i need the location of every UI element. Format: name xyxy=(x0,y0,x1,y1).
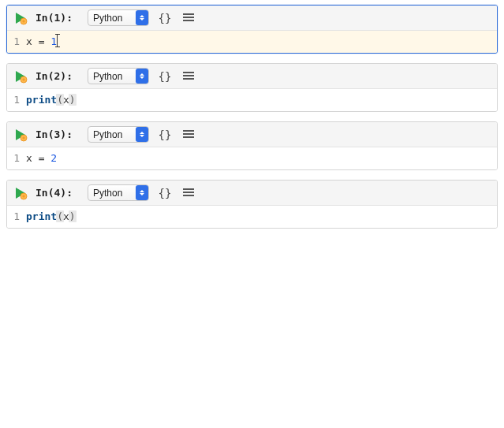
language-select[interactable]: Python xyxy=(88,9,149,26)
lines-icon-button[interactable] xyxy=(181,10,196,26)
input-prompt: In(4): xyxy=(35,187,80,199)
svg-rect-4 xyxy=(183,20,194,21)
line-number: 1 xyxy=(7,34,26,50)
code-editor[interactable]: 1print(x) xyxy=(7,89,497,111)
language-select-label: Python xyxy=(93,188,133,199)
code-line[interactable]: x = 1 xyxy=(26,34,58,50)
svg-rect-12 xyxy=(183,130,194,132)
chevron-updown-icon xyxy=(136,69,148,84)
run-cell-button[interactable] xyxy=(13,11,28,25)
cell-toolbar: In(4):Python{} xyxy=(7,181,497,206)
code-cell[interactable]: In(4):Python{} 1print(x) xyxy=(6,180,498,229)
language-select[interactable]: Python xyxy=(88,68,149,84)
language-select-label: Python xyxy=(93,129,133,140)
run-cell-button[interactable] xyxy=(13,69,28,84)
braces-button[interactable]: {} xyxy=(157,185,173,201)
cell-toolbar: In(2):Python{} xyxy=(7,64,497,89)
lines-icon-button[interactable] xyxy=(181,69,196,84)
code-line[interactable]: print(x) xyxy=(26,92,76,108)
language-select-label: Python xyxy=(93,13,133,24)
svg-rect-3 xyxy=(183,17,194,18)
braces-button[interactable]: {} xyxy=(157,69,173,84)
input-prompt: In(2): xyxy=(35,70,80,82)
notebook-container: In(1):Python{} 1x = 1 In(2):Python{} 1pr… xyxy=(0,0,504,229)
chevron-updown-icon xyxy=(136,10,148,25)
svg-rect-7 xyxy=(183,72,194,73)
svg-rect-13 xyxy=(183,133,194,135)
cell-toolbar: In(3):Python{} xyxy=(7,122,497,147)
cell-toolbar: In(1):Python{} xyxy=(7,6,497,31)
run-cell-button[interactable] xyxy=(13,186,28,200)
svg-rect-8 xyxy=(183,75,194,76)
code-cell[interactable]: In(2):Python{} 1print(x) xyxy=(6,63,498,112)
lines-icon-button[interactable] xyxy=(181,185,196,201)
paren-close: ) xyxy=(69,210,77,222)
paren-close: ) xyxy=(69,94,77,106)
input-prompt: In(3): xyxy=(35,128,80,140)
code-cell[interactable]: In(1):Python{} 1x = 1 xyxy=(6,5,498,54)
line-number: 1 xyxy=(7,92,26,108)
code-editor[interactable]: 1x = 2 xyxy=(7,147,497,169)
svg-rect-9 xyxy=(183,78,194,80)
code-text: x = xyxy=(26,152,50,164)
svg-rect-18 xyxy=(183,192,194,193)
language-select[interactable]: Python xyxy=(88,126,149,143)
svg-rect-14 xyxy=(183,136,194,138)
braces-button[interactable]: {} xyxy=(157,127,173,143)
code-number: 1 xyxy=(50,35,57,47)
text-cursor-icon xyxy=(57,35,58,47)
run-cell-button[interactable] xyxy=(13,128,28,142)
lines-icon-button[interactable] xyxy=(181,127,196,143)
line-number: 1 xyxy=(7,151,26,166)
code-number: 2 xyxy=(50,152,57,164)
line-number: 1 xyxy=(7,209,26,225)
code-keyword: print xyxy=(26,210,57,222)
svg-rect-19 xyxy=(183,195,194,196)
code-keyword: print xyxy=(26,94,57,106)
code-text: x = xyxy=(26,35,50,47)
code-editor[interactable]: 1x = 1 xyxy=(7,31,497,53)
language-select[interactable]: Python xyxy=(88,184,149,201)
code-cell[interactable]: In(3):Python{} 1x = 2 xyxy=(6,121,498,170)
braces-button[interactable]: {} xyxy=(157,10,173,26)
code-line[interactable]: print(x) xyxy=(26,209,76,225)
chevron-updown-icon xyxy=(136,185,148,200)
input-prompt: In(1): xyxy=(35,12,80,24)
chevron-updown-icon xyxy=(136,127,148,142)
language-select-label: Python xyxy=(93,71,133,82)
svg-rect-2 xyxy=(183,13,194,15)
code-line[interactable]: x = 2 xyxy=(26,151,57,166)
code-editor[interactable]: 1print(x) xyxy=(7,206,497,228)
svg-rect-17 xyxy=(183,188,194,190)
